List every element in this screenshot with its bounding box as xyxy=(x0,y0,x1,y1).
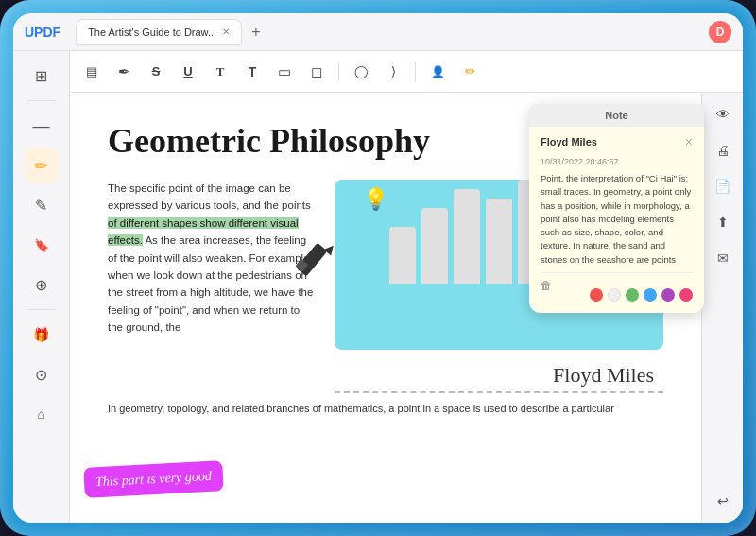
tablet-frame: UPDF The Artist's Guide to Draw... ✕ + D… xyxy=(0,0,756,536)
note-actions-row: 🗑 xyxy=(541,272,693,302)
right-icon-reply[interactable]: ↩ xyxy=(709,487,737,515)
document-bottom-text: In geometry, topology, and related branc… xyxy=(108,401,663,418)
note-timestamp: 10/31/2022 20:46:57 xyxy=(541,157,693,166)
sidebar-gift[interactable]: 🎁 xyxy=(25,318,59,352)
doc-text-column: The specific point of the image can be e… xyxy=(108,180,316,393)
note-body-text: Point, the interpretation of "Ci Hai" is… xyxy=(541,172,693,267)
sidebar-divider xyxy=(27,100,56,101)
tool-user-tag[interactable]: 👤 xyxy=(423,58,452,86)
sidebar-divider-2 xyxy=(27,309,56,310)
left-sidebar: ⊞ — ✏ ✎ 🔖 ⊕ 🎁 ⊙ ⌂ xyxy=(13,51,70,523)
doc-paragraph-1: The specific point of the image can be e… xyxy=(108,180,316,337)
note-card-header: Note xyxy=(529,104,704,127)
sidebar-pages[interactable]: ⊙ xyxy=(25,357,59,391)
sidebar-thumbnails[interactable]: ⊞ xyxy=(25,59,59,93)
tool-arrow[interactable]: ⟩ xyxy=(379,58,407,86)
note-color-picker xyxy=(590,288,693,302)
right-icon-file[interactable]: 📄 xyxy=(709,172,737,200)
sidebar-highlight[interactable]: ✏ xyxy=(25,148,59,182)
app-logo: UPDF xyxy=(25,25,60,40)
toolbar-sep-2 xyxy=(415,62,416,81)
color-white[interactable] xyxy=(608,288,621,302)
tab-close-button[interactable]: ✕ xyxy=(222,26,230,37)
sidebar-comment[interactable]: ✎ xyxy=(25,188,59,222)
tab-area: The Artist's Guide to Draw... ✕ + xyxy=(76,19,709,45)
tool-textbox[interactable]: T xyxy=(206,58,234,86)
tool-marker[interactable]: ✏ xyxy=(455,58,484,86)
tool-circle[interactable]: ◯ xyxy=(347,58,375,86)
title-bar: UPDF The Artist's Guide to Draw... ✕ + D xyxy=(13,13,743,51)
sidebar-layers[interactable]: ⊕ xyxy=(25,268,59,302)
tool-pen[interactable]: ✒ xyxy=(110,58,138,86)
note-card: Note Floyd Miles × 10/31/2022 20:46:57 P… xyxy=(529,104,704,313)
arch-col-4 xyxy=(486,199,512,284)
color-pink[interactable] xyxy=(679,288,693,302)
note-close-button[interactable]: × xyxy=(685,134,693,149)
tool-text-type[interactable]: T xyxy=(238,58,266,86)
annotation-label[interactable]: This part is very good xyxy=(83,460,223,498)
signature: Floyd Miles xyxy=(335,363,663,393)
sidebar-search[interactable]: 🔖 xyxy=(25,228,59,262)
toolbar-sep-1 xyxy=(338,62,339,81)
note-user-name: Floyd Miles xyxy=(541,136,597,147)
right-icon-mail[interactable]: ✉ xyxy=(709,244,737,272)
arch-col-1 xyxy=(389,227,416,284)
note-card-user-row: Floyd Miles × xyxy=(541,134,693,149)
right-icon-share[interactable]: ⬆ xyxy=(709,208,737,236)
high-word: high xyxy=(190,286,211,298)
note-delete-button[interactable]: 🗑 xyxy=(541,279,552,302)
toolbar: ▤ ✒ S U T T ▭ ◻ ◯ ⟩ 👤 ✏ xyxy=(70,51,743,93)
lightbulb-sticker: 💡 xyxy=(363,187,388,212)
color-green[interactable] xyxy=(626,288,639,302)
color-blue[interactable] xyxy=(644,288,657,302)
color-red[interactable] xyxy=(590,288,603,302)
right-sidebar: 👁 🖨 📄 ⬆ ✉ ↩ xyxy=(701,93,743,523)
tool-text-select[interactable]: ▤ xyxy=(77,58,106,86)
highlighted-text: of different shapes show different visua… xyxy=(108,217,299,246)
note-title-label: Note xyxy=(605,110,627,121)
sidebar-zoom-out[interactable]: — xyxy=(25,109,59,143)
active-tab[interactable]: The Artist's Guide to Draw... ✕ xyxy=(76,19,242,45)
bottom-paragraph: In geometry, topology, and related branc… xyxy=(108,401,663,418)
color-purple[interactable] xyxy=(662,288,675,302)
tab-title: The Artist's Guide to Draw... xyxy=(88,26,216,38)
tool-shape[interactable]: ◻ xyxy=(302,58,331,86)
user-avatar[interactable]: D xyxy=(709,21,731,43)
right-icon-print[interactable]: 🖨 xyxy=(709,136,737,164)
tool-underline[interactable]: U xyxy=(174,58,202,86)
right-icon-view[interactable]: 👁 xyxy=(709,100,737,129)
tablet-screen: UPDF The Artist's Guide to Draw... ✕ + D… xyxy=(13,13,743,523)
new-tab-button[interactable]: + xyxy=(246,24,266,41)
arch-col-2 xyxy=(421,208,448,284)
tool-rect[interactable]: ▭ xyxy=(270,58,299,86)
arch-col-3 xyxy=(454,189,480,284)
sidebar-bookmark[interactable]: ⌂ xyxy=(25,397,59,431)
tool-strikethrough[interactable]: S xyxy=(142,58,170,86)
